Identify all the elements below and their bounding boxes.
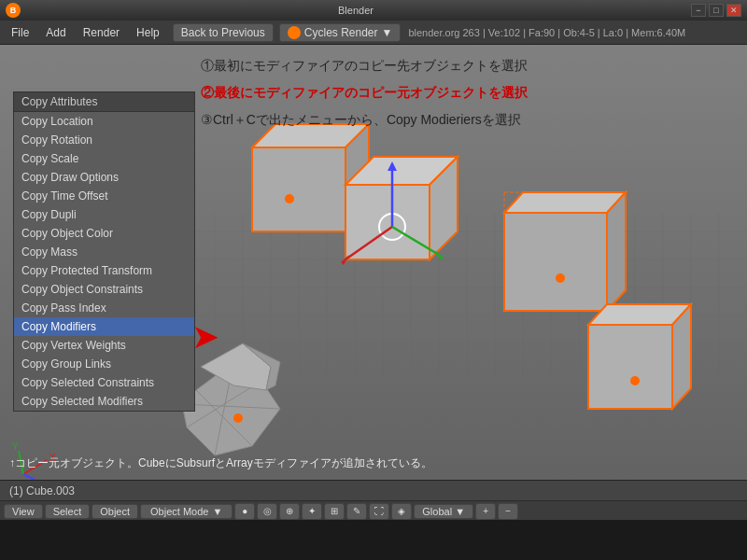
back-to-previous-button[interactable]: Back to Previous <box>173 23 274 42</box>
svg-marker-42 <box>504 213 607 311</box>
cube-bottom-right <box>588 304 691 409</box>
menu-file[interactable]: File <box>4 21 36 44</box>
svg-point-31 <box>285 194 294 203</box>
mode-select[interactable]: Object Mode ▼ <box>140 504 233 519</box>
menu-item-copy-mass[interactable]: Copy Mass <box>14 243 194 261</box>
icon-btn-5[interactable]: ⊞ <box>324 503 345 520</box>
icon-btn-10[interactable]: − <box>498 503 518 520</box>
svg-marker-43 <box>504 192 626 213</box>
menu-add[interactable]: Add <box>38 21 73 44</box>
svg-point-59 <box>233 413 243 423</box>
status-top-bar: (1) Cube.003 <box>0 481 747 501</box>
title-text: Blender <box>26 5 685 16</box>
menu-item-copy-selected-constraints[interactable]: Copy Selected Constraints <box>14 373 194 392</box>
svg-marker-32 <box>345 185 430 259</box>
global-select[interactable]: Global ▼ <box>414 504 473 519</box>
svg-point-51 <box>630 376 640 385</box>
menu-header: Copy Attributes <box>14 92 194 112</box>
minimize-button[interactable]: − <box>691 4 706 17</box>
menu-item-copy-object-color[interactable]: Copy Object Color <box>14 224 194 243</box>
icon-btn-3[interactable]: ⊕ <box>279 503 300 520</box>
render-engine-select[interactable]: Cycles Render ▼ <box>279 23 402 42</box>
menu-item-copy-group-links[interactable]: Copy Group Links <box>14 355 194 373</box>
svg-marker-44 <box>607 192 626 311</box>
annotation-line2: ②最後にモディファイアのコピー元オブジェクトを選択 <box>201 81 738 105</box>
viewport-caption: ↑コピー元オブジェクト。CubeにSubsurfとArrayモディファイアが追加… <box>9 455 432 471</box>
menu-item-copy-pass-index[interactable]: Copy Pass Index <box>14 299 194 317</box>
menu-item-copy-time-offset[interactable]: Copy Time Offset <box>14 187 194 205</box>
blender-dot-icon <box>288 26 301 39</box>
menu-bar: File Add Render Help Back to Previous Cy… <box>0 21 747 45</box>
menu-item-copy-protected-transform[interactable]: Copy Protected Transform <box>14 261 194 280</box>
header-info: blender.org 263 | Ve:102 | Fa:90 | Ob:4-… <box>408 27 685 38</box>
icon-btn-6[interactable]: ✎ <box>346 503 367 520</box>
status-text: (1) Cube.003 <box>9 484 75 497</box>
window-controls: − □ ✕ <box>691 4 741 17</box>
svg-text:Y: Y <box>12 441 19 452</box>
cube-center <box>341 157 458 265</box>
menu-items-list: Copy LocationCopy RotationCopy ScaleCopy… <box>14 112 194 411</box>
menu-item-copy-rotation[interactable]: Copy Rotation <box>14 131 194 149</box>
menu-item-copy-location[interactable]: Copy Location <box>14 112 194 131</box>
icon-btn-7[interactable]: ⛶ <box>369 503 389 520</box>
icon-btn-4[interactable]: ✦ <box>302 503 322 520</box>
view-button[interactable]: View <box>4 504 43 519</box>
annotation-line1: ①最初にモディファイアのコピー先オブジェクトを選択 <box>201 54 738 77</box>
menu-item-copy-scale[interactable]: Copy Scale <box>14 149 194 168</box>
menu-render[interactable]: Render <box>76 21 127 44</box>
menu-help[interactable]: Help <box>129 21 167 44</box>
maximize-button[interactable]: □ <box>709 4 724 17</box>
icon-btn-2[interactable]: ◎ <box>257 503 277 520</box>
menu-item-copy-vertex-weights[interactable]: Copy Vertex Weights <box>14 336 194 355</box>
select-button[interactable]: Select <box>45 504 91 519</box>
cube-right <box>504 192 626 311</box>
svg-marker-28 <box>252 147 345 231</box>
annotations-overlay: ①最初にモディファイアのコピー先オブジェクトを選択 ②最後にモディファイアのコピ… <box>201 54 738 136</box>
icon-btn-8[interactable]: ◈ <box>391 503 412 520</box>
icon-btn-9[interactable]: + <box>475 503 496 520</box>
close-button[interactable]: ✕ <box>726 4 741 17</box>
menu-item-copy-modifiers[interactable]: Copy Modifiers <box>14 317 194 336</box>
menu-item-copy-object-constraints[interactable]: Copy Object Constraints <box>14 280 194 299</box>
menu-item-copy-selected-modifiers[interactable]: Copy Selected Modifiers <box>14 392 194 411</box>
main-viewport: X Y Z ①最初にモディファイアのコピー先オブジェクトを選択 ②最後にモディフ… <box>0 45 747 520</box>
copy-attributes-menu: Copy Attributes Copy LocationCopy Rotati… <box>13 91 195 412</box>
blender-logo: B <box>6 3 21 18</box>
svg-point-45 <box>556 273 565 283</box>
status-bottom-bar: View Select Object Object Mode ▼ ● ◎ ⊕ ✦… <box>0 501 747 520</box>
object-button[interactable]: Object <box>92 504 138 519</box>
title-bar: B Blender − □ ✕ <box>0 0 747 21</box>
svg-marker-48 <box>588 325 672 409</box>
icon-btn-1[interactable]: ● <box>234 503 255 520</box>
menu-item-copy-dupli[interactable]: Copy Dupli <box>14 205 194 224</box>
red-arrow-indicator: ➤ <box>191 320 219 354</box>
annotation-line3: ③Ctrl＋Cで出たメニューから、Copy Modieriersを選択 <box>201 108 738 132</box>
menu-item-copy-draw-options[interactable]: Copy Draw Options <box>14 168 194 187</box>
status-bar: (1) Cube.003 View Select Object Object M… <box>0 480 747 520</box>
